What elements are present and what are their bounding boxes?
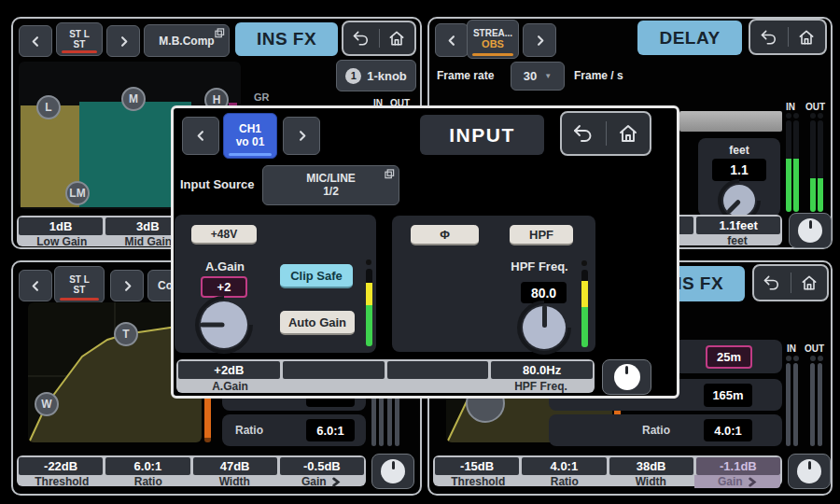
ratio-row-label: Ratio <box>235 424 263 437</box>
peak-led <box>366 259 371 265</box>
prev-channel-button[interactable] <box>19 25 52 57</box>
low-band-handle[interactable]: L <box>36 95 61 119</box>
feet-value[interactable]: 1.1 <box>712 159 766 181</box>
peak-led <box>786 356 791 361</box>
channel-select-button[interactable]: ST L ST <box>56 22 103 56</box>
param-cell-again[interactable]: +2dB <box>178 361 280 379</box>
in-meter <box>793 120 799 212</box>
ratio-row-value[interactable]: 6.0:1 <box>306 419 355 441</box>
param-cell[interactable] <box>387 361 489 379</box>
mid-band-handle[interactable]: M <box>121 87 146 111</box>
ratio-row-value[interactable]: 4.0:1 <box>704 419 752 441</box>
ratio-row: Ratio 4.0:1 <box>549 414 782 446</box>
channel-select-button[interactable]: ST L ST <box>54 266 105 303</box>
param-label: Ratio <box>105 475 192 488</box>
param-label <box>282 379 385 393</box>
delay-slider[interactable] <box>679 111 782 132</box>
width-handle[interactable]: W <box>35 392 59 416</box>
home-icon[interactable] <box>800 273 819 292</box>
out-label: OUT <box>805 102 825 112</box>
phase-button[interactable]: Φ <box>411 225 479 245</box>
divider <box>606 121 607 146</box>
param-cell-width[interactable]: 47dB <box>193 457 277 475</box>
feet-knob[interactable] <box>723 185 755 217</box>
prev-channel-button[interactable] <box>182 117 219 155</box>
param-bar: -22dB 6.0:1 47dB -0.5dB Threshold Ratio … <box>17 455 366 486</box>
param-cell-gain[interactable]: -0.5dB <box>280 457 364 475</box>
lowmid-band-handle[interactable]: LM <box>65 181 90 205</box>
touch-knob-button[interactable] <box>789 213 832 248</box>
param-label: Width <box>191 475 278 488</box>
screen-title: DELAY <box>637 21 742 55</box>
hpf-freq-knob[interactable] <box>523 306 566 349</box>
knob-icon <box>614 364 640 390</box>
param-cell-ratio[interactable]: 6.0:1 <box>105 457 189 475</box>
threshold-handle[interactable]: T <box>114 322 138 346</box>
fx-preset-label: M.B.Comp <box>159 35 214 48</box>
param-cell-hpf-freq[interactable]: 80.0Hz <box>491 361 593 379</box>
chevron-left-icon <box>444 33 460 49</box>
channel-name-line2: vo 01 <box>236 136 265 148</box>
channel-color-bar <box>229 153 272 156</box>
undo-icon[interactable] <box>763 273 781 292</box>
peak-led <box>818 356 823 361</box>
chevron-right-icon <box>330 477 341 487</box>
channel-select-button[interactable]: STREA... OBS <box>467 20 519 59</box>
param-cell[interactable] <box>283 361 385 379</box>
param-cell-feet[interactable]: 1.1feet <box>696 217 780 234</box>
knob-icon <box>798 218 822 243</box>
chevron-right-icon <box>532 33 548 49</box>
chevron-left-icon <box>193 128 209 144</box>
nav-group <box>342 21 416 56</box>
param-value-165m[interactable]: 165m <box>704 384 752 407</box>
param-cell-threshold[interactable]: -15dB <box>435 457 519 475</box>
touch-knob-button[interactable] <box>371 454 414 489</box>
head-amp-section: +48V A.Gain +2 Clip Safe Auto Gain <box>175 215 376 353</box>
fx-preset-button[interactable]: M.B.Comp <box>144 24 230 57</box>
clip-safe-button[interactable]: Clip Safe <box>280 264 353 288</box>
again-knob[interactable] <box>201 301 247 348</box>
next-channel-button[interactable] <box>523 23 556 57</box>
out-meter <box>818 120 823 212</box>
peak-led <box>581 260 587 266</box>
one-knob-button[interactable]: 1 1-knob <box>336 60 416 91</box>
home-icon[interactable] <box>797 28 816 47</box>
param-label: HPF Freq. <box>489 379 593 393</box>
feet-label: feet <box>698 144 780 157</box>
undo-icon[interactable] <box>760 28 778 47</box>
param-label: feet <box>694 234 780 247</box>
out-label: OUT <box>805 343 824 354</box>
param-cell-ratio[interactable]: 4.0:1 <box>522 457 606 475</box>
touch-knob-button[interactable] <box>602 359 651 395</box>
next-channel-button[interactable] <box>110 270 144 301</box>
param-bar: +2dB 80.0Hz A.Gain HPF Freq. <box>176 359 595 393</box>
param-cell-lowgain[interactable]: 1dB <box>19 217 103 235</box>
undo-icon[interactable] <box>572 122 595 145</box>
param-cell-width[interactable]: 38dB <box>609 457 693 475</box>
param-cell-threshold[interactable]: -22dB <box>19 457 103 475</box>
next-channel-button[interactable] <box>283 117 320 155</box>
undo-icon[interactable] <box>352 29 371 48</box>
peak-led <box>818 113 823 119</box>
home-icon[interactable] <box>387 29 406 48</box>
input-source-button[interactable]: MIC/LINE 1/2 <box>262 165 399 205</box>
phantom-48v-button[interactable]: +48V <box>191 225 257 245</box>
prev-channel-button[interactable] <box>435 23 469 57</box>
param-value-25m[interactable]: 25m <box>706 345 752 369</box>
home-icon[interactable] <box>617 122 639 145</box>
channel-color-bar <box>472 53 513 56</box>
out-meter <box>810 120 816 212</box>
next-channel-button[interactable] <box>106 25 140 57</box>
hpf-button[interactable]: HPF <box>510 225 573 245</box>
channel-name-line1: ST L <box>69 29 90 39</box>
frame-rate-dropdown[interactable]: 30 ▼ <box>511 62 565 91</box>
prev-channel-button[interactable] <box>19 270 52 301</box>
channel-select-button[interactable]: CH1 vo 01 <box>223 113 277 159</box>
param-label: A.Gain <box>178 379 282 393</box>
param-label: Low Gain <box>19 235 105 248</box>
param-cell-gain-selected[interactable]: -1.1dB <box>696 457 780 475</box>
auto-gain-button[interactable]: Auto Gain <box>280 311 355 335</box>
touch-knob-button[interactable] <box>788 454 831 489</box>
in-meter <box>786 363 791 446</box>
nav-group <box>752 264 829 301</box>
